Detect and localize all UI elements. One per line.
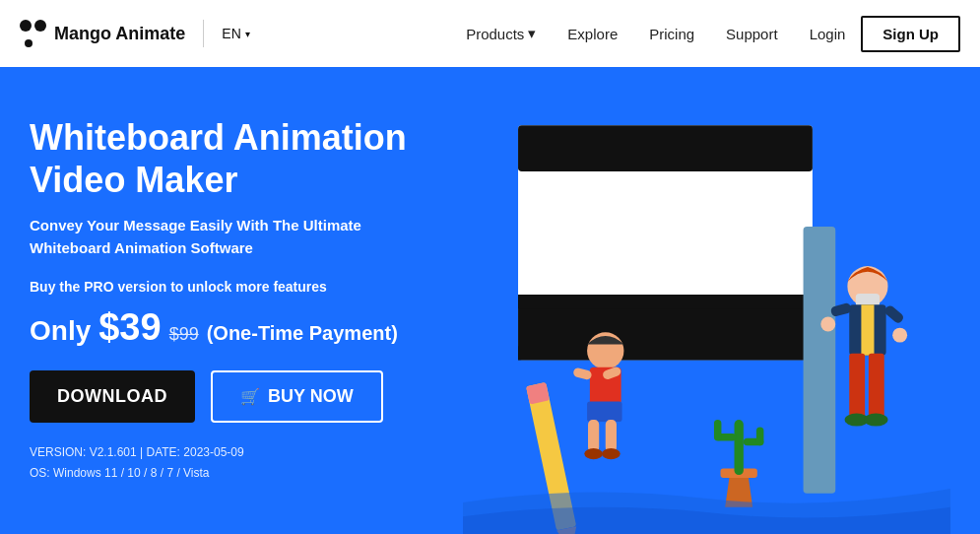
version-text: VERSION: V2.1.601 | DATE: 2023-05-09 — [30, 442, 443, 462]
logo[interactable]: Mango Animate — [20, 20, 185, 47]
illustration-svg — [463, 106, 950, 534]
svg-point-8 — [602, 448, 621, 459]
svg-rect-12 — [856, 294, 880, 306]
nav-item-pricing[interactable]: Pricing — [649, 26, 694, 42]
navbar: Mango Animate EN ▾ Products ▾ Explore Pr… — [0, 0, 980, 67]
main-nav: Products ▾ Explore Pricing Support — [466, 25, 777, 42]
svg-rect-24 — [735, 420, 744, 475]
hero-illustration — [463, 106, 950, 534]
svg-rect-5 — [588, 420, 599, 452]
login-button[interactable]: Login — [810, 26, 846, 42]
nav-item-support[interactable]: Support — [726, 26, 778, 42]
svg-rect-6 — [606, 420, 617, 452]
svg-rect-4 — [587, 401, 621, 422]
price-note: (One-Time Payment) — [207, 322, 398, 345]
svg-point-22 — [892, 328, 907, 343]
navbar-actions: Login Sign Up — [810, 16, 960, 52]
svg-point-7 — [584, 448, 603, 459]
svg-rect-26 — [714, 420, 721, 440]
nav-item-explore[interactable]: Explore — [567, 26, 618, 42]
svg-rect-14 — [861, 304, 874, 355]
hero-buttons: DOWNLOAD 🛒 BUY NOW — [30, 370, 443, 423]
hero-meta: VERSION: V2.1.601 | DATE: 2023-05-09 OS:… — [30, 442, 443, 483]
price-amount: $39 — [98, 306, 161, 349]
price-prefix: Only — [30, 315, 91, 347]
chevron-down-icon: ▾ — [245, 29, 250, 39]
logo-dot-1 — [20, 20, 32, 32]
logo-text: Mango Animate — [54, 24, 185, 44]
hero-content: Whiteboard Animation Video Maker Convey … — [30, 106, 443, 483]
logo-icon — [20, 20, 46, 47]
whiteboard-top-bar — [518, 125, 813, 171]
download-button[interactable]: DOWNLOAD — [30, 370, 195, 423]
svg-point-18 — [864, 414, 887, 427]
signup-button[interactable]: Sign Up — [861, 16, 960, 52]
nav-item-products[interactable]: Products ▾ — [466, 25, 536, 42]
lang-label: EN — [222, 26, 240, 41]
buynow-button[interactable]: 🛒 BUY NOW — [211, 370, 383, 423]
svg-rect-0 — [518, 295, 813, 308]
board-pillar — [804, 227, 836, 494]
svg-rect-15 — [849, 354, 865, 418]
svg-rect-16 — [869, 354, 884, 418]
hero-subtitle: Convey Your Message Easily With The Ulti… — [30, 215, 443, 259]
svg-rect-20 — [883, 303, 905, 324]
chevron-down-icon: ▾ — [528, 25, 536, 42]
hero-price: Only $39 $99 (One-Time Payment) — [30, 306, 443, 349]
hero-section: Whiteboard Animation Video Maker Convey … — [0, 67, 980, 534]
svg-rect-9 — [572, 367, 592, 380]
svg-rect-1 — [518, 346, 813, 360]
price-original: $99 — [169, 324, 199, 345]
lang-selector[interactable]: EN ▾ — [222, 26, 249, 41]
plant — [714, 420, 763, 507]
nav-divider — [203, 20, 204, 47]
hero-title: Whiteboard Animation Video Maker — [30, 116, 443, 201]
logo-dot-3 — [25, 39, 33, 47]
os-text: OS: Windows 11 / 10 / 8 / 7 / Vista — [30, 463, 443, 483]
cart-icon: 🛒 — [240, 387, 260, 406]
logo-dot-2 — [34, 20, 46, 32]
svg-point-21 — [820, 316, 835, 331]
svg-rect-28 — [756, 428, 763, 446]
hero-promo: Buy the PRO version to unlock more featu… — [30, 279, 443, 295]
